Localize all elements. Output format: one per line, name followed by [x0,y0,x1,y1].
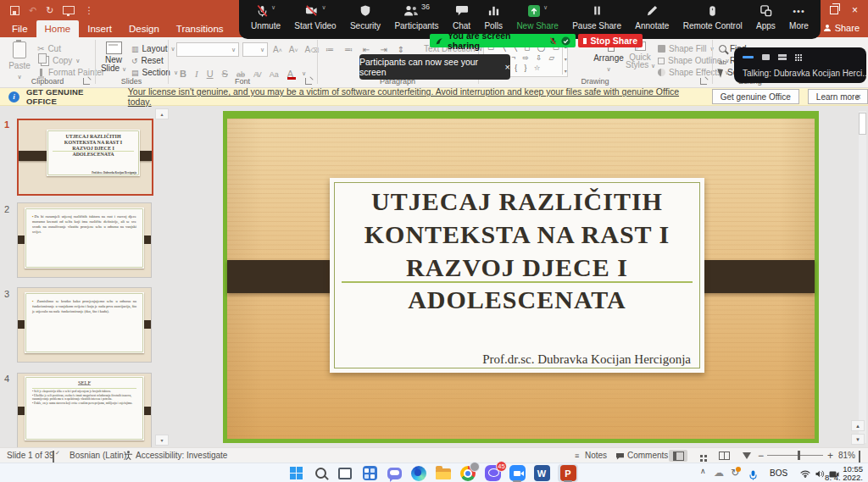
stack-view-icon[interactable] [778,54,787,60]
increase-indent-icon[interactable]: ⇥ [380,45,387,54]
slide-thumbnail-3[interactable]: ▪ Zamislimo se kratko kako procjenjujemo… [17,287,152,363]
slide-number-indicator[interactable]: Slide 1 of 39 [7,451,54,460]
slide-title-line-4[interactable]: ADOLESCENATA [330,283,704,316]
undo-icon[interactable]: ↶ [29,5,36,16]
font-dialog-launcher-icon[interactable] [305,78,312,85]
slide-canvas[interactable]: UTJECAJ RAZLIČITIH KONTEKSTA NA RAST I R… [227,119,815,439]
unmute-button[interactable]: ∨ Unmute [251,4,281,30]
clipboard-dialog-launcher-icon[interactable] [83,78,90,85]
font-size-combobox[interactable]: ∨ [242,42,268,57]
gallery-more-icon[interactable]: ▾ [565,68,567,74]
slide-presenter[interactable]: Prof.dr.sc. Dubravka Kocijan Hercigonja [482,352,691,367]
chrome-button[interactable] [458,464,478,482]
powerpoint-button[interactable]: P [558,464,578,482]
close-window-icon[interactable]: × [852,4,858,16]
apps-button[interactable]: Apps [756,4,776,30]
decrease-font-size-icon[interactable]: A˅ [289,45,298,54]
scrollbar-thumb[interactable] [859,113,866,135]
participants-button[interactable]: 36 Participants [394,4,438,30]
slide-show-button[interactable] [737,450,756,462]
minimized-view-icon[interactable] [743,56,754,58]
slide-title[interactable]: UTJECAJ RAZLIČITIH KONTEKSTA NA RAST I R… [330,185,704,284]
widgets-button[interactable] [359,464,380,482]
keyboard-language-indicator[interactable]: BOS [770,468,787,478]
gallery-view-icon[interactable] [795,54,797,56]
bullets-icon[interactable]: ≔ [326,45,334,54]
slide-accent-bar-right[interactable] [689,260,815,293]
zoom-slider-thumb[interactable] [798,451,800,460]
notes-button[interactable]: Notes [585,451,607,460]
chevron-icon[interactable]: ∨ [271,4,275,11]
start-video-button[interactable]: ∨ Start Video [294,4,336,30]
next-slide-button[interactable]: ▼ [851,434,865,445]
decrease-indent-icon[interactable]: ⇤ [363,45,370,54]
scroll-down-icon[interactable]: ▾ [565,56,567,62]
new-slide-button[interactable]: New Slide ∨ [100,41,127,80]
speaker-icon[interactable] [815,470,825,478]
reading-view-button[interactable] [715,450,733,462]
new-share-button[interactable]: ∨ New Share [516,4,558,30]
task-view-button[interactable] [335,464,355,482]
screen-sharing-banner[interactable]: You are screen sharing [430,34,576,47]
copy-button[interactable]: Copy ∨ [37,55,80,66]
hidden-icons-chevron[interactable]: ∧ [700,467,706,475]
drawing-dialog-launcher-icon[interactable] [700,78,707,85]
viber-button[interactable]: 45 [482,464,503,482]
paste-button[interactable]: Paste ∨ [7,41,32,80]
edge-button[interactable] [409,464,429,482]
genuine-banner-link[interactable]: Your license isn't genuine, and you may … [128,86,702,107]
tab-transitions[interactable]: Transitions [168,20,232,37]
more-button[interactable]: ••• More [789,4,809,30]
start-from-beginning-icon[interactable] [63,6,75,14]
restore-window-icon[interactable] [830,6,838,14]
tab-home[interactable]: Home [36,20,80,37]
redo-icon[interactable]: ↻ [46,5,53,16]
slide-title-card[interactable]: UTJECAJ RAZLIČITIH KONTEKSTA NA RAST I R… [330,178,704,373]
security-button[interactable]: Security [350,4,381,30]
file-explorer-button[interactable] [433,464,453,482]
slide-thumbnail-4[interactable]: SELF • Self je ekspozicija slike o sebi … [17,373,152,448]
banner-close-icon[interactable]: × [856,91,861,102]
start-button[interactable] [286,464,306,482]
zoom-app-button[interactable] [507,464,527,482]
slide-thumbnail-2[interactable]: ▪Da bi razumjeli utjecaj različitih fakt… [17,202,152,278]
shape-fill-button[interactable]: Shape Fill ∨ [658,43,715,54]
line-spacing-icon[interactable]: ⇕ [398,45,404,54]
previous-slide-button[interactable]: ▲ [851,420,865,431]
zoom-slider[interactable] [767,455,823,456]
ppt-share-button[interactable]: Share [823,23,860,33]
slide-accent-bar-left[interactable] [227,260,346,293]
remote-control-button[interactable]: Remote Control [683,4,743,30]
zoom-in-button[interactable]: + [827,450,833,462]
teams-chat-button[interactable] [384,464,404,482]
get-genuine-office-button[interactable]: Get genuine Office [712,89,799,104]
normal-view-button[interactable] [669,450,687,462]
thumbnails-scroll-up-button[interactable]: ▴ [155,108,169,119]
thumbnails-scroll-down-button[interactable]: ▾ [155,435,169,446]
microphone-in-use-icon[interactable] [749,470,757,480]
speaker-view-icon[interactable] [762,54,770,60]
annotate-button[interactable]: Annotate [635,4,669,30]
language-indicator[interactable]: Bosnian (Latin) [70,451,126,460]
sync-update-icon[interactable]: ↻ [731,467,739,479]
pause-share-button[interactable]: Pause Share [572,4,621,30]
tooltip-close-icon[interactable]: × [505,62,510,72]
customize-qat-icon[interactable]: ⋮ [84,5,93,16]
reset-button[interactable]: ↺ Reset [131,55,164,66]
onedrive-icon[interactable]: ☁ [714,467,724,479]
font-name-combobox[interactable]: ∨ [176,42,239,57]
save-icon[interactable] [10,6,19,15]
tab-file[interactable]: File [3,20,36,37]
vertical-scrollbar[interactable] [859,111,866,443]
slide-sorter-view-button[interactable] [692,450,710,462]
zoom-level[interactable]: 81% [838,451,855,460]
spell-check-icon[interactable] [53,451,54,463]
tab-insert[interactable]: Insert [79,20,120,37]
taskbar-search-button[interactable] [310,464,331,482]
chevron-icon[interactable]: ∨ [321,4,326,11]
slide-thumbnail-1[interactable]: UTJECAJ RAZLIČITIH KONTEKSTA NA RAST I R… [17,119,153,196]
word-button[interactable]: W [531,464,552,482]
taskbar-clock[interactable]: 10:55 8. 4. 2022. [825,465,863,482]
tab-design[interactable]: Design [120,20,168,37]
chat-button[interactable]: Chat [453,4,470,30]
